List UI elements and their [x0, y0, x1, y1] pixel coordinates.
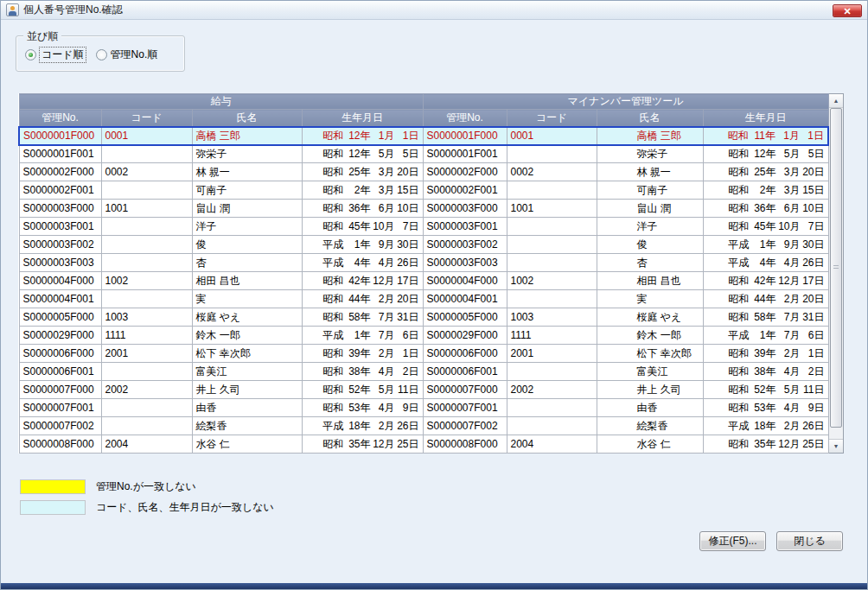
scroll-down-button[interactable]: ▼ — [829, 439, 843, 453]
comparison-table: 給与 マイナンバー管理ツール 管理No. コード 氏名 生年月日 管理No. コ… — [18, 93, 829, 454]
cell-payroll-birthdate: 昭和 25年3月20日 — [302, 163, 423, 181]
cell-mynumber-code — [507, 218, 597, 236]
cell-mynumber-name: 実 — [597, 290, 703, 308]
cell-payroll-code — [101, 236, 192, 254]
cell-mynumber-name: 林 親一 — [597, 163, 703, 181]
cell-mynumber-code — [507, 145, 597, 163]
cell-mynumber-mgmt-no: S0000007F002 — [423, 417, 507, 435]
table-row[interactable]: S0000006F001富美江昭和 38年4月2日S0000006F001富美江… — [19, 363, 828, 381]
cell-payroll-mgmt-no: S0000001F000 — [19, 127, 101, 145]
cell-mynumber-code — [507, 417, 597, 435]
radio-icon — [25, 49, 36, 60]
cell-mynumber-birthdate: 昭和 12年5月5日 — [703, 145, 828, 163]
table-row[interactable]: S0000001F001弥栄子昭和 12年5月5日S0000001F001弥栄子… — [19, 145, 828, 163]
table-row[interactable]: S0000006F0002001松下 幸次郎昭和 39年2月1日S0000006… — [19, 345, 828, 363]
cell-mynumber-code: 2001 — [507, 345, 597, 363]
cell-payroll-birthdate: 昭和 12年1月1日 — [302, 127, 423, 145]
cell-payroll-code: 2004 — [101, 435, 192, 454]
cell-payroll-code — [101, 218, 192, 236]
cell-payroll-mgmt-no: S0000003F003 — [19, 254, 101, 272]
cell-mynumber-code — [507, 254, 597, 272]
comparison-table-area: 給与 マイナンバー管理ツール 管理No. コード 氏名 生年月日 管理No. コ… — [18, 93, 844, 454]
cell-mynumber-birthdate: 平成 4年4月26日 — [703, 254, 828, 272]
table-row[interactable]: S0000008F0002004水谷 仁昭和 35年12月25日S0000008… — [19, 435, 828, 454]
cell-payroll-code — [101, 290, 192, 308]
fix-button[interactable]: 修正(F5)... — [699, 531, 766, 551]
cell-payroll-name: 高橋 三郎 — [192, 127, 302, 145]
cell-mynumber-birthdate: 昭和 52年5月11日 — [703, 381, 828, 399]
table-row[interactable]: S0000007F0002002井上 久司昭和 52年5月11日S0000007… — [19, 381, 828, 399]
cell-mynumber-name: 相田 昌也 — [597, 272, 703, 290]
table-row[interactable]: S0000007F002絵梨香平成 18年2月26日S0000007F002絵梨… — [19, 417, 828, 435]
cell-payroll-name: 由香 — [192, 399, 302, 417]
cell-mynumber-birthdate: 昭和 25年3月20日 — [703, 163, 828, 181]
table-row[interactable]: S0000004F001実昭和 44年2月20日S0000004F001実昭和 … — [19, 290, 828, 308]
cell-payroll-code: 1111 — [101, 327, 192, 345]
cell-mynumber-name: 可南子 — [597, 181, 703, 200]
table-row[interactable]: S0000002F001可南子昭和 2年3月15日S0000002F001可南子… — [19, 181, 828, 200]
cell-payroll-code: 0001 — [101, 127, 192, 145]
table-row[interactable]: S0000003F003杏平成 4年4月26日S0000003F003杏平成 4… — [19, 254, 828, 272]
radio-option-mgmtno-order[interactable]: 管理No.順 — [96, 48, 158, 62]
cell-mynumber-name: 高橋 三郎 — [597, 127, 703, 145]
radio-option-code-order[interactable]: コード順 — [25, 48, 86, 62]
table-row[interactable]: S0000004F0001002相田 昌也昭和 42年12月17日S000000… — [19, 272, 828, 290]
grid-body: S0000001F0000001高橋 三郎昭和 12年1月1日S0000001F… — [19, 127, 828, 454]
cell-mynumber-mgmt-no: S0000029F000 — [423, 327, 507, 345]
col-header-payroll-mgmt-no: 管理No. — [19, 110, 101, 127]
cell-mynumber-name: 松下 幸次郎 — [597, 345, 703, 363]
table-row[interactable]: S0000001F0000001高橋 三郎昭和 12年1月1日S0000001F… — [19, 127, 828, 145]
cell-payroll-mgmt-no: S0000007F002 — [19, 417, 101, 435]
cell-payroll-birthdate: 昭和 38年4月2日 — [302, 363, 423, 381]
scrollbar-thumb[interactable] — [830, 108, 842, 428]
close-dialog-button[interactable]: 閉じる — [776, 531, 843, 551]
title-bar[interactable]: 個人番号管理No.確認 ✕ — [1, 1, 867, 20]
cell-payroll-name: 畠山 潤 — [192, 200, 302, 218]
app-icon — [6, 3, 19, 16]
scroll-up-button[interactable]: ▲ — [829, 94, 843, 108]
cell-mynumber-code — [507, 399, 597, 417]
cell-mynumber-birthdate: 昭和 36年6月10日 — [703, 200, 828, 218]
cell-mynumber-name: 鈴木 一郎 — [597, 327, 703, 345]
table-row[interactable]: S0000029F0001111鈴木 一郎平成 1年7月6日S0000029F0… — [19, 327, 828, 345]
cell-mynumber-name: 洋子 — [597, 218, 703, 236]
window-title: 個人番号管理No.確認 — [23, 3, 123, 17]
cell-mynumber-code: 1003 — [507, 308, 597, 327]
cell-payroll-name: 洋子 — [192, 218, 302, 236]
cell-payroll-code — [101, 363, 192, 381]
cell-payroll-birthdate: 昭和 58年7月31日 — [302, 308, 423, 327]
table-row[interactable]: S0000003F0001001畠山 潤昭和 36年6月10日S0000003F… — [19, 200, 828, 218]
close-button[interactable]: ✕ — [833, 4, 862, 17]
cell-mynumber-birthdate: 昭和 2年3月15日 — [703, 181, 828, 200]
table-row[interactable]: S0000003F002俊平成 1年9月30日S0000003F002俊平成 1… — [19, 236, 828, 254]
group-header-row: 給与 マイナンバー管理ツール — [19, 94, 828, 110]
group-header-payroll: 給与 — [19, 94, 423, 110]
cell-mynumber-name: 絵梨香 — [597, 417, 703, 435]
cell-mynumber-birthdate: 昭和 44年2月20日 — [703, 290, 828, 308]
cell-payroll-name: 鈴木 一郎 — [192, 327, 302, 345]
vertical-scrollbar[interactable]: ▲ ▼ — [829, 93, 844, 454]
legend: 管理No.が一致しない コード、氏名、生年月日が一致しない — [20, 479, 274, 521]
legend-item-mgmtno-mismatch: 管理No.が一致しない — [20, 479, 274, 494]
cell-payroll-code: 2002 — [101, 381, 192, 399]
cell-mynumber-birthdate: 昭和 38年4月2日 — [703, 363, 828, 381]
cell-mynumber-name: 俊 — [597, 236, 703, 254]
cell-payroll-name: 水谷 仁 — [192, 435, 302, 454]
scrollbar-track[interactable] — [829, 108, 843, 439]
dialog-window: 個人番号管理No.確認 ✕ 並び順 コード順 管理No.順 給 — [0, 0, 868, 590]
cell-mynumber-mgmt-no: S0000003F000 — [423, 200, 507, 218]
table-row[interactable]: S0000007F001由香昭和 53年4月9日S0000007F001由香昭和… — [19, 399, 828, 417]
cell-payroll-birthdate: 昭和 39年2月1日 — [302, 345, 423, 363]
cell-payroll-birthdate: 昭和 44年2月20日 — [302, 290, 423, 308]
cell-mynumber-name: 水谷 仁 — [597, 435, 703, 454]
cell-payroll-name: 桜庭 やえ — [192, 308, 302, 327]
column-header-row: 管理No. コード 氏名 生年月日 管理No. コード 氏名 生年月日 — [19, 110, 828, 127]
cell-mynumber-mgmt-no: S0000001F001 — [423, 145, 507, 163]
table-row[interactable]: S0000005F0001003桜庭 やえ昭和 58年7月31日S0000005… — [19, 308, 828, 327]
table-row[interactable]: S0000002F0000002林 親一昭和 25年3月20日S0000002F… — [19, 163, 828, 181]
table-row[interactable]: S0000003F001洋子昭和 45年10月7日S0000003F001洋子昭… — [19, 218, 828, 236]
cell-mynumber-mgmt-no: S0000002F000 — [423, 163, 507, 181]
cell-mynumber-mgmt-no: S0000007F000 — [423, 381, 507, 399]
cell-payroll-name: 杏 — [192, 254, 302, 272]
cell-payroll-code — [101, 181, 192, 200]
